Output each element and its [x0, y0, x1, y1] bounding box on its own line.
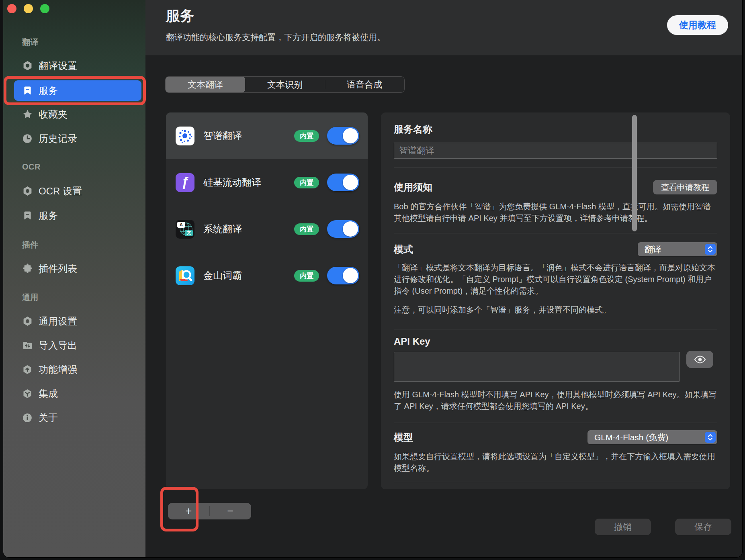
tab-text-recognition[interactable]: 文本识别	[245, 77, 325, 92]
sidebar-item-label: 历史记录	[39, 132, 77, 145]
sidebar-item-services[interactable]: 服务	[14, 80, 141, 101]
sidebar-section-header-ocr: OCR	[22, 162, 41, 174]
sidebar-item-label: 收藏夹	[39, 108, 68, 121]
mode-note: 注意，可以同时添加多个「智谱」服务，并设置不同的模式。	[394, 304, 717, 316]
sidebar-item-label: 功能增强	[39, 363, 77, 376]
service-name: 智谱翻译	[203, 129, 294, 142]
bookmark-icon	[21, 85, 33, 97]
sidebar-item-import-export[interactable]: 导入导出	[14, 335, 141, 356]
sidebar-item-label: 导入导出	[39, 339, 77, 352]
sidebar-item-history[interactable]: 历史记录	[14, 128, 141, 149]
service-detail-panel: 服务名称 使用须知 查看申请教程 Bob 的官方合作伙伴「智谱」为您免费提供 G…	[381, 112, 730, 489]
model-select[interactable]: GLM-4-Flash (免费)	[587, 430, 717, 444]
divider	[394, 233, 717, 233]
service-name: 金山词霸	[203, 269, 294, 282]
zhipu-app-icon	[176, 127, 194, 145]
toggle-knob	[343, 221, 358, 237]
sidebar-item-label: 关于	[39, 411, 58, 424]
sidebar: 翻译 翻译设置 服务 收藏夹	[3, 0, 145, 557]
siliconflow-app-icon: ƒ	[176, 173, 194, 192]
sidebar-item-enhancements[interactable]: 功能增强	[14, 359, 141, 380]
sidebar-item-general-settings[interactable]: 通用设置	[14, 311, 141, 331]
bookmark-icon	[21, 210, 33, 222]
sidebar-item-label: 翻译设置	[39, 59, 77, 72]
hexagon-up-icon	[21, 364, 33, 376]
tab-speech-synthesis[interactable]: 语音合成	[325, 77, 404, 92]
sidebar-item-label: 通用设置	[39, 315, 77, 328]
service-row-zhipu[interactable]: 智谱翻译 内置	[166, 112, 368, 159]
sidebar-section-header-plugins: 插件	[22, 239, 39, 251]
service-toggle[interactable]	[327, 267, 359, 284]
chevron-up-down-icon	[705, 244, 716, 255]
main-content: 文本翻译 文本识别 语音合成	[145, 56, 742, 557]
api-key-input[interactable]	[394, 352, 680, 382]
sidebar-item-about[interactable]: 关于	[14, 407, 141, 428]
builtin-badge: 内置	[294, 223, 319, 235]
notice-label: 使用须知	[394, 181, 432, 194]
api-key-label: API Key	[394, 336, 717, 347]
cube-icon	[21, 388, 33, 400]
service-list: 智谱翻译 内置 ƒ 硅基流动翻译 内置	[166, 112, 368, 489]
eye-icon	[694, 355, 706, 364]
tab-text-translate[interactable]: 文本翻译	[166, 77, 245, 92]
toggle-knob	[343, 268, 358, 283]
service-toggle[interactable]	[327, 220, 359, 238]
app-window: 翻译 翻译设置 服务 收藏夹	[3, 0, 742, 557]
clock-icon	[21, 133, 33, 145]
sidebar-item-label: OCR 设置	[39, 185, 82, 198]
service-toggle[interactable]	[327, 127, 359, 145]
page-header: 服务 翻译功能的核心服务支持配置，下方开启的服务将被使用。 使用教程	[145, 0, 742, 56]
sidebar-item-label: 集成	[39, 387, 58, 400]
gear-icon	[21, 60, 33, 72]
builtin-badge: 内置	[294, 130, 319, 142]
add-service-button[interactable]: +	[168, 503, 209, 519]
service-name: 系统翻译	[203, 223, 294, 235]
mode-description: 「翻译」模式是将文本翻译为目标语言。「润色」模式不会进行语言翻译，而是对原始文本…	[394, 262, 717, 297]
divider	[394, 329, 717, 329]
service-row-siliconflow[interactable]: ƒ 硅基流动翻译 内置	[166, 159, 368, 206]
toggle-knob	[343, 175, 358, 190]
gear-icon	[21, 315, 33, 327]
service-name-input[interactable]	[394, 143, 717, 159]
notice-text: Bob 的官方合作伙伴「智谱」为您免费提供 GLM-4-Flash 模型，直接可…	[394, 201, 717, 224]
minimize-button[interactable]	[24, 4, 33, 13]
service-type-tabs: 文本翻译 文本识别 语音合成	[165, 76, 405, 93]
zoom-button[interactable]	[40, 4, 49, 13]
remove-service-button[interactable]: −	[210, 503, 251, 519]
save-button[interactable]: 保存	[675, 519, 731, 535]
service-name-label: 服务名称	[394, 123, 717, 136]
iciba-app-icon	[176, 266, 194, 285]
service-toggle[interactable]	[327, 174, 359, 191]
system-translate-app-icon: A 文	[176, 220, 194, 239]
sidebar-section-header-general: 通用	[22, 292, 39, 303]
sidebar-item-translate-settings[interactable]: 翻译设置	[14, 55, 141, 76]
sidebar-item-ocr-settings[interactable]: OCR 设置	[14, 181, 141, 201]
builtin-badge: 内置	[294, 177, 319, 188]
folder-arrows-icon	[21, 339, 33, 352]
scrollbar-thumb[interactable]	[632, 115, 637, 231]
view-apply-tutorial-button[interactable]: 查看申请教程	[653, 180, 717, 194]
sidebar-item-label: 服务	[39, 84, 58, 97]
service-name: 硅基流动翻译	[203, 176, 294, 189]
builtin-badge: 内置	[294, 270, 319, 282]
divider	[394, 482, 717, 482]
mode-select[interactable]: 翻译	[638, 242, 717, 256]
tutorial-button[interactable]: 使用教程	[667, 15, 728, 35]
close-button[interactable]	[7, 4, 16, 13]
toggle-knob	[343, 128, 358, 143]
undo-button[interactable]: 撤销	[595, 519, 651, 535]
service-row-system-translate[interactable]: A 文 系统翻译 内置	[166, 206, 368, 252]
service-row-iciba[interactable]: 金山词霸 内置	[166, 252, 368, 299]
star-icon	[21, 108, 33, 121]
divider	[394, 168, 717, 168]
sidebar-item-favorites[interactable]: 收藏夹	[14, 104, 141, 125]
model-select-value: GLM-4-Flash (免费)	[587, 432, 705, 443]
gear-icon	[21, 185, 33, 197]
info-icon	[21, 412, 33, 424]
sidebar-item-plugin-list[interactable]: 插件列表	[14, 258, 141, 279]
sidebar-item-ocr-services[interactable]: 服务	[14, 205, 141, 226]
sidebar-section-header-translate: 翻译	[22, 37, 39, 48]
show-api-key-button[interactable]	[686, 351, 713, 368]
sidebar-item-label: 服务	[39, 209, 58, 222]
sidebar-item-integration[interactable]: 集成	[14, 383, 141, 404]
